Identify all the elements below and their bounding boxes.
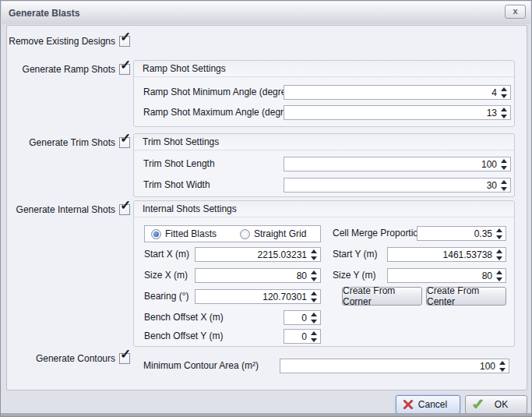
- generate-contours-checkbox[interactable]: ✓: [119, 353, 130, 364]
- spin-up-icon[interactable]: [311, 331, 317, 335]
- spin-down-icon[interactable]: [499, 368, 506, 372]
- ramp-min-angle-input[interactable]: [284, 86, 499, 99]
- spin-down-icon[interactable]: [311, 277, 317, 281]
- spin-up-icon[interactable]: [496, 228, 502, 232]
- spin-down-icon[interactable]: [496, 256, 502, 260]
- size-x-input[interactable]: [196, 269, 309, 282]
- cancel-x-icon: [403, 399, 414, 410]
- generate-internal-shots-row: Generate Internal Shots ✓: [7, 203, 130, 217]
- cancel-label: Cancel: [414, 399, 460, 410]
- spin-down-icon[interactable]: [501, 115, 507, 118]
- spin-up-icon[interactable]: [499, 361, 506, 365]
- blast-mode-radio-group: Fitted Blasts Straight Grid: [144, 225, 321, 242]
- generate-ramp-shots-row: Generate Ramp Shots ✓: [7, 62, 130, 76]
- spin-up-icon[interactable]: [501, 108, 507, 111]
- spin-down-icon[interactable]: [311, 256, 317, 260]
- trim-shot-length-input[interactable]: [284, 157, 499, 171]
- start-x-label: Start X (m): [144, 247, 189, 262]
- spin-down-icon[interactable]: [311, 320, 317, 323]
- generate-internal-shots-label: Generate Internal Shots: [16, 204, 115, 215]
- ramp-max-angle-input[interactable]: [284, 106, 499, 119]
- create-from-corner-button[interactable]: Create From Corner: [342, 287, 422, 306]
- create-from-center-label: Create From Center: [427, 285, 506, 307]
- spin-up-icon[interactable]: [311, 292, 317, 295]
- bench-offset-x-field: [284, 310, 321, 325]
- internal-shots-settings-title: Internal Shots Settings: [134, 201, 514, 217]
- close-button[interactable]: x: [505, 5, 526, 19]
- spin-down-icon[interactable]: [501, 166, 507, 170]
- checkmark-icon: ✓: [120, 348, 131, 361]
- minimum-contour-area-input[interactable]: [280, 359, 498, 373]
- trim-shot-width-input[interactable]: [284, 178, 499, 192]
- spin-up-icon[interactable]: [311, 313, 317, 316]
- generate-ramp-shots-label: Generate Ramp Shots: [23, 64, 115, 75]
- bearing-input[interactable]: [196, 290, 309, 303]
- spin-down-icon[interactable]: [501, 187, 507, 191]
- spin-up-icon[interactable]: [501, 159, 507, 163]
- generate-internal-shots-checkbox[interactable]: ✓: [119, 204, 130, 215]
- minimum-contour-area-field: [280, 359, 509, 373]
- generate-ramp-shots-checkbox[interactable]: ✓: [119, 64, 130, 75]
- dialog-title: Generate Blasts: [2, 8, 79, 19]
- radio-straight-grid[interactable]: Straight Grid: [240, 226, 306, 242]
- start-y-field: [387, 247, 506, 262]
- start-x-input[interactable]: [196, 248, 309, 261]
- remove-existing-designs-checkbox[interactable]: ✓: [119, 36, 130, 47]
- ramp-min-angle-label: Ramp Shot Minimum Angle (degrees): [143, 85, 299, 100]
- radio-fitted-blasts[interactable]: Fitted Blasts: [151, 226, 217, 242]
- bench-offset-y-field: [284, 329, 321, 344]
- spin-up-icon[interactable]: [501, 87, 507, 91]
- size-y-label: Size Y (m): [333, 268, 376, 283]
- bench-offset-y-input[interactable]: [284, 330, 309, 343]
- ok-check-icon: [472, 399, 484, 410]
- size-x-field: [195, 268, 321, 283]
- ramp-shot-settings-title: Ramp Shot Settings: [134, 61, 514, 77]
- generate-trim-shots-checkbox[interactable]: ✓: [119, 137, 130, 148]
- ok-button[interactable]: OK: [465, 395, 527, 414]
- spin-down-icon[interactable]: [501, 94, 507, 98]
- size-y-field: [387, 268, 506, 283]
- cancel-button[interactable]: Cancel: [396, 395, 460, 414]
- spin-down-icon[interactable]: [496, 235, 502, 239]
- generate-trim-shots-row: Generate Trim Shots ✓: [7, 136, 130, 150]
- remove-existing-designs-row: Remove Existing Designs ✓: [7, 34, 130, 48]
- create-from-corner-label: Create From Corner: [343, 285, 421, 307]
- spin-up-icon[interactable]: [496, 249, 502, 253]
- generate-blasts-dialog: Generate Blasts x Remove Existing Design…: [0, 0, 532, 417]
- size-y-input[interactable]: [388, 269, 495, 282]
- generate-trim-shots-label: Generate Trim Shots: [29, 137, 115, 148]
- title-bar: Generate Blasts: [2, 2, 530, 24]
- spin-up-icon[interactable]: [496, 270, 502, 274]
- fitted-blasts-label: Fitted Blasts: [165, 228, 217, 239]
- create-from-center-button[interactable]: Create From Center: [426, 287, 506, 306]
- checkmark-icon: ✓: [120, 132, 131, 145]
- bearing-field: [195, 289, 321, 304]
- trim-shot-settings-title: Trim Shot Settings: [134, 134, 514, 150]
- trim-shot-settings-group: Trim Shot Settings Trim Shot Length Trim…: [133, 133, 515, 197]
- trim-shot-width-field: [284, 178, 511, 193]
- cell-merge-proportion-field: [417, 226, 506, 241]
- start-x-field: [195, 247, 321, 262]
- spin-down-icon[interactable]: [496, 277, 502, 281]
- cell-merge-proportion-label: Cell Merge Proportion: [333, 226, 424, 241]
- spin-down-icon[interactable]: [311, 299, 317, 302]
- spin-up-icon[interactable]: [501, 180, 507, 184]
- ramp-max-angle-field: [284, 105, 511, 120]
- start-y-label: Start Y (m): [333, 247, 378, 262]
- bench-offset-x-input[interactable]: [284, 311, 309, 324]
- spin-down-icon[interactable]: [311, 338, 317, 342]
- remove-existing-designs-label: Remove Existing Designs: [9, 36, 115, 47]
- checkmark-icon: ✓: [120, 30, 131, 44]
- start-y-input[interactable]: [388, 248, 495, 261]
- cell-merge-proportion-input[interactable]: [417, 227, 495, 240]
- ramp-min-angle-field: [284, 85, 511, 100]
- ramp-max-angle-label: Ramp Shot Maximum Angle (degrees): [143, 105, 301, 120]
- spin-up-icon[interactable]: [311, 249, 317, 253]
- minimum-contour-area-label: Minimum Contour Area (m²): [143, 359, 259, 373]
- checkmark-icon: ✓: [120, 58, 131, 72]
- radio-selected-icon: [151, 229, 161, 239]
- trim-shot-width-label: Trim Shot Width: [143, 178, 210, 193]
- spin-up-icon[interactable]: [311, 270, 317, 274]
- bench-offset-x-label: Bench Offset X (m): [144, 310, 224, 325]
- size-x-label: Size X (m): [144, 268, 188, 283]
